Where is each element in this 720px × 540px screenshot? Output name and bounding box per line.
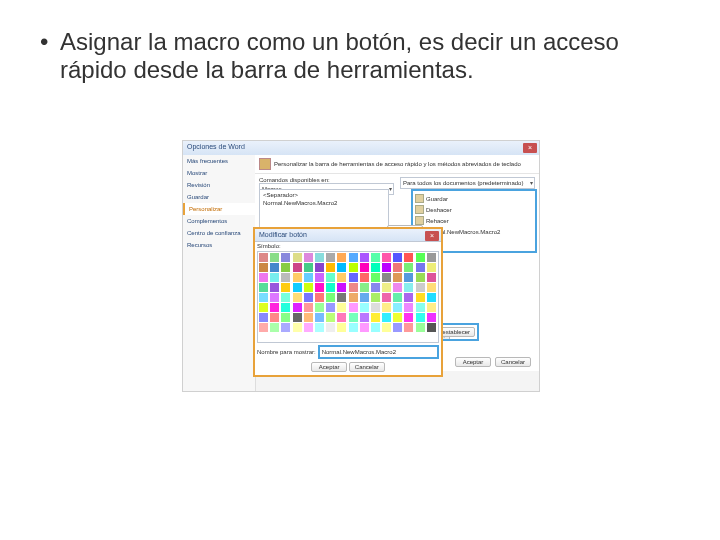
icon-option[interactable]: [349, 313, 358, 322]
icon-option[interactable]: [315, 273, 324, 282]
icon-option[interactable]: [304, 273, 313, 282]
icon-option[interactable]: [427, 263, 436, 272]
icon-option[interactable]: [427, 273, 436, 282]
icon-option[interactable]: [360, 273, 369, 282]
close-icon[interactable]: ×: [425, 231, 439, 241]
icon-option[interactable]: [315, 313, 324, 322]
list-item[interactable]: <Separador>: [261, 191, 387, 199]
icon-option[interactable]: [293, 283, 302, 292]
icon-option[interactable]: [304, 323, 313, 332]
icon-option[interactable]: [349, 253, 358, 262]
icon-option[interactable]: [337, 273, 346, 282]
icon-option[interactable]: [416, 293, 425, 302]
icon-option[interactable]: [360, 263, 369, 272]
icon-option[interactable]: [360, 253, 369, 262]
icon-option[interactable]: [326, 273, 335, 282]
target-scope-dropdown[interactable]: Para todos los documentos (predeterminad…: [400, 177, 535, 189]
icon-option[interactable]: [293, 323, 302, 332]
icon-option[interactable]: [270, 253, 279, 262]
icon-option[interactable]: [270, 303, 279, 312]
icon-option[interactable]: [416, 273, 425, 282]
icon-option[interactable]: [315, 323, 324, 332]
icon-option[interactable]: [281, 253, 290, 262]
icon-option[interactable]: [337, 283, 346, 292]
sidebar-item[interactable]: Recursos: [183, 239, 255, 251]
icon-option[interactable]: [404, 303, 413, 312]
icon-option[interactable]: [293, 303, 302, 312]
icon-option[interactable]: [270, 283, 279, 292]
icon-option[interactable]: [281, 283, 290, 292]
icon-option[interactable]: [382, 293, 391, 302]
icon-option[interactable]: [259, 323, 268, 332]
icon-option[interactable]: [404, 323, 413, 332]
icon-option[interactable]: [349, 263, 358, 272]
icon-option[interactable]: [259, 303, 268, 312]
icon-option[interactable]: [349, 283, 358, 292]
icon-option[interactable]: [360, 313, 369, 322]
sidebar-item[interactable]: Guardar: [183, 191, 255, 203]
icon-option[interactable]: [326, 263, 335, 272]
icon-option[interactable]: [293, 293, 302, 302]
icon-option[interactable]: [315, 283, 324, 292]
icon-option[interactable]: [371, 313, 380, 322]
icon-option[interactable]: [393, 253, 402, 262]
icon-option[interactable]: [371, 253, 380, 262]
sidebar-item[interactable]: Complementos: [183, 215, 255, 227]
list-item[interactable]: Guardar: [415, 193, 533, 204]
icon-option[interactable]: [270, 313, 279, 322]
ok-button[interactable]: Aceptar: [455, 357, 491, 367]
icon-option[interactable]: [270, 273, 279, 282]
icon-option[interactable]: [371, 293, 380, 302]
icon-option[interactable]: [259, 283, 268, 292]
icon-option[interactable]: [371, 303, 380, 312]
display-name-input[interactable]: Normal.NewMacros.Macro2: [318, 345, 439, 359]
icon-option[interactable]: [270, 293, 279, 302]
icon-option[interactable]: [427, 323, 436, 332]
icon-option[interactable]: [371, 323, 380, 332]
icon-option[interactable]: [315, 263, 324, 272]
icon-option[interactable]: [360, 283, 369, 292]
icon-option[interactable]: [393, 273, 402, 282]
icon-option[interactable]: [382, 253, 391, 262]
icon-option[interactable]: [259, 313, 268, 322]
icon-option[interactable]: [326, 283, 335, 292]
icon-option[interactable]: [427, 293, 436, 302]
icon-option[interactable]: [281, 313, 290, 322]
sidebar-item[interactable]: Mostrar: [183, 167, 255, 179]
icon-option[interactable]: [416, 283, 425, 292]
icon-option[interactable]: [416, 303, 425, 312]
icon-option[interactable]: [416, 253, 425, 262]
icon-option[interactable]: [382, 303, 391, 312]
icon-option[interactable]: [393, 263, 402, 272]
icon-option[interactable]: [404, 283, 413, 292]
icon-option[interactable]: [304, 293, 313, 302]
icon-option[interactable]: [416, 313, 425, 322]
icon-option[interactable]: [349, 303, 358, 312]
icon-option[interactable]: [360, 303, 369, 312]
icon-option[interactable]: [382, 283, 391, 292]
icon-option[interactable]: [393, 303, 402, 312]
icon-option[interactable]: [404, 293, 413, 302]
icon-option[interactable]: [281, 293, 290, 302]
list-item[interactable]: Rehacer: [415, 215, 533, 226]
icon-option[interactable]: [382, 323, 391, 332]
icon-option[interactable]: [349, 293, 358, 302]
icon-option[interactable]: [259, 253, 268, 262]
icon-option[interactable]: [326, 323, 335, 332]
icon-option[interactable]: [304, 253, 313, 262]
cancel-button[interactable]: Cancelar: [495, 357, 531, 367]
icon-option[interactable]: [371, 283, 380, 292]
icon-option[interactable]: [304, 313, 313, 322]
icon-option[interactable]: [404, 253, 413, 262]
icon-option[interactable]: [404, 273, 413, 282]
icon-option[interactable]: [371, 263, 380, 272]
sidebar-item[interactable]: Revisión: [183, 179, 255, 191]
icon-option[interactable]: [304, 283, 313, 292]
modify-cancel-button[interactable]: Cancelar: [349, 362, 385, 372]
icon-option[interactable]: [382, 313, 391, 322]
icon-option[interactable]: [427, 303, 436, 312]
icon-option[interactable]: [304, 303, 313, 312]
icon-option[interactable]: [393, 323, 402, 332]
modify-ok-button[interactable]: Aceptar: [311, 362, 347, 372]
icon-option[interactable]: [337, 323, 346, 332]
